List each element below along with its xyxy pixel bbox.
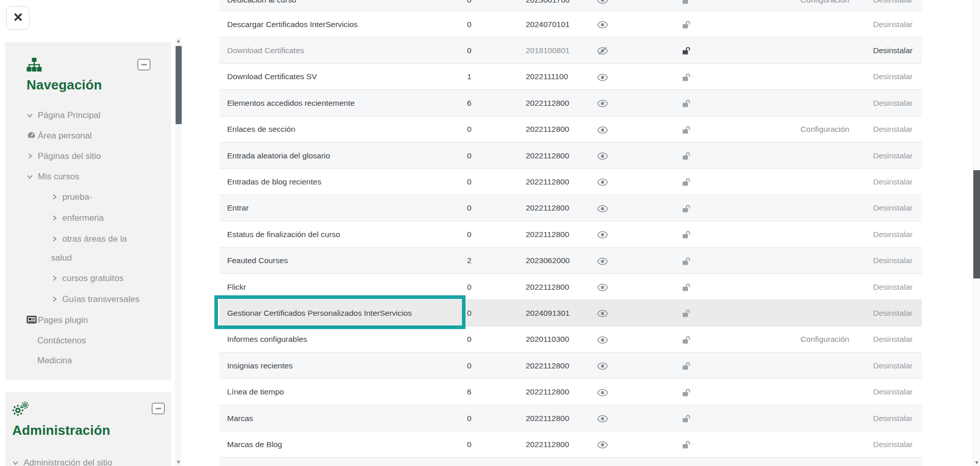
minimize-administration-icon[interactable] — [152, 403, 165, 414]
uninstall-link[interactable]: Desinstalar — [873, 361, 913, 370]
eye-icon[interactable] — [594, 440, 611, 449]
sidebar-item-label[interactable]: Página Principal — [38, 110, 101, 120]
lock-open-icon[interactable] — [678, 203, 694, 213]
lock-open-icon[interactable] — [678, 335, 694, 344]
chevron-right-icon[interactable] — [51, 291, 62, 309]
sidebar-item-label[interactable]: cursos gratuitos — [62, 273, 124, 283]
settings-link[interactable]: Configuración — [800, 0, 849, 5]
chevron-down-icon[interactable] — [27, 167, 38, 187]
lock-open-icon[interactable] — [678, 0, 694, 5]
sidebar-item-enfermeria[interactable]: enfermeria — [51, 208, 144, 229]
uninstall-link[interactable]: Desinstalar — [873, 414, 913, 423]
sidebar-item-gu-as-transversales[interactable]: Guías transversales — [51, 289, 144, 310]
lock-open-icon[interactable] — [678, 151, 694, 160]
eye-icon[interactable] — [594, 309, 611, 318]
uninstall-link[interactable]: Desinstalar — [873, 309, 913, 318]
sidebar-item-label[interactable]: prueba- — [62, 192, 92, 202]
eye-icon[interactable] — [594, 230, 611, 239]
eye-icon[interactable] — [594, 361, 611, 370]
page-scrollbar[interactable]: ▼ — [973, 0, 980, 466]
sidebar-item-label[interactable]: Mis cursos — [38, 172, 79, 181]
uninstall-link[interactable]: Desinstalar — [873, 387, 913, 397]
lock-open-icon[interactable] — [678, 46, 694, 55]
eye-icon[interactable] — [594, 387, 611, 397]
dashboard-icon[interactable] — [27, 126, 38, 146]
eye-icon[interactable] — [594, 256, 611, 265]
chevron-right-icon[interactable] — [51, 209, 62, 228]
chevron-down-icon[interactable] — [27, 106, 38, 126]
uninstall-link[interactable]: Desinstalar — [873, 0, 913, 5]
uninstall-link[interactable]: Desinstalar — [873, 256, 913, 265]
lock-open-icon[interactable] — [678, 72, 694, 81]
lock-open-icon[interactable] — [678, 125, 694, 134]
lock-open-icon[interactable] — [678, 99, 694, 108]
sidebar-item-label[interactable]: otras áreas de la salud — [51, 234, 127, 263]
sidebar-item-label[interactable]: Guías transversales — [62, 294, 139, 304]
eye-icon[interactable] — [594, 20, 611, 29]
chevron-right-icon[interactable] — [51, 189, 62, 207]
eye-icon[interactable] — [594, 203, 611, 213]
eye-slash-icon[interactable] — [594, 46, 611, 55]
sidebar-item-label[interactable]: Área personal — [38, 131, 92, 141]
sidebar-item-label[interactable]: Páginas del sitio — [38, 151, 101, 161]
eye-icon[interactable] — [594, 72, 611, 81]
eye-icon[interactable] — [594, 151, 611, 160]
uninstall-link[interactable]: Desinstalar — [873, 440, 913, 449]
eye-icon[interactable] — [594, 335, 611, 344]
lock-open-icon[interactable] — [678, 413, 694, 423]
sidebar-item-label[interactable]: Pages plugin — [38, 315, 88, 325]
sidebar-item-p-ginas-del-sitio[interactable]: Páginas del sitio — [27, 146, 163, 167]
minimize-navigation-icon[interactable] — [137, 59, 151, 71]
chevron-right-icon[interactable] — [27, 147, 38, 167]
sidebar-item-administraci-n-del-sitio[interactable]: Administración del sitio — [12, 453, 165, 466]
scroll-down-icon[interactable]: ▼ — [973, 460, 980, 465]
page-scrollbar-thumb[interactable] — [973, 170, 980, 278]
sidebar-item-label[interactable]: enfermeria — [62, 213, 104, 223]
drawer-scrollbar-thumb[interactable] — [176, 46, 182, 124]
sidebar-item-label[interactable]: Administración del sitio — [23, 458, 112, 466]
uninstall-link[interactable]: Desinstalar — [873, 151, 913, 160]
sidebar-item--rea-personal[interactable]: Área personal — [27, 126, 163, 146]
eye-icon[interactable] — [594, 177, 611, 187]
uninstall-link[interactable]: Desinstalar — [873, 72, 913, 81]
sidebar-item-pages-plugin[interactable]: Pages plugin — [27, 310, 163, 331]
uninstall-link[interactable]: Desinstalar — [873, 230, 913, 239]
settings-link[interactable]: Configuración — [800, 335, 849, 344]
sidebar-item-label[interactable]: Contáctenos — [37, 336, 86, 345]
lock-open-icon[interactable] — [678, 282, 694, 291]
lock-open-icon[interactable] — [678, 361, 694, 370]
uninstall-link[interactable]: Desinstalar — [873, 283, 913, 292]
sidebar-item-p-gina-principal[interactable]: Página Principal — [27, 105, 163, 126]
uninstall-link[interactable]: Desinstalar — [873, 335, 913, 344]
scroll-up-icon[interactable]: ▲ — [175, 38, 182, 43]
settings-link[interactable]: Configuración — [800, 125, 849, 134]
lock-open-icon[interactable] — [678, 230, 694, 239]
sidebar-item-medicina[interactable]: Medicina — [27, 351, 163, 370]
lock-open-icon[interactable] — [678, 256, 694, 265]
eye-icon[interactable] — [594, 125, 611, 134]
lock-open-icon[interactable] — [678, 19, 694, 29]
uninstall-link[interactable]: Desinstalar — [873, 99, 913, 108]
lock-open-icon[interactable] — [678, 387, 694, 397]
sidebar-item-otras-reas-de-la-salud[interactable]: otras áreas de la salud — [51, 229, 144, 268]
chevron-down-icon[interactable] — [12, 453, 23, 466]
drawer-scrollbar[interactable]: ▲ ▼ — [175, 37, 182, 466]
lock-open-icon[interactable] — [678, 177, 694, 187]
eye-icon[interactable] — [594, 0, 611, 5]
close-drawer-button[interactable] — [6, 6, 30, 30]
lock-open-icon[interactable] — [678, 309, 694, 318]
lock-open-icon[interactable] — [678, 440, 694, 449]
pages-icon[interactable] — [27, 311, 38, 331]
eye-icon[interactable] — [594, 283, 611, 292]
sidebar-item-mis-cursos[interactable]: Mis cursos — [27, 167, 163, 187]
sidebar-item-label[interactable]: Medicina — [37, 356, 72, 365]
sidebar-item-cont-ctenos[interactable]: Contáctenos — [27, 331, 163, 351]
sidebar-item-cursos-gratuitos[interactable]: cursos gratuitos — [51, 268, 144, 289]
uninstall-link[interactable]: Desinstalar — [873, 46, 913, 55]
scroll-down-icon[interactable]: ▼ — [175, 460, 182, 465]
chevron-right-icon[interactable] — [51, 270, 62, 288]
uninstall-link[interactable]: Desinstalar — [873, 177, 913, 187]
uninstall-link[interactable]: Desinstalar — [873, 125, 913, 134]
sidebar-item-prueba-[interactable]: prueba- — [51, 187, 144, 208]
uninstall-link[interactable]: Desinstalar — [873, 20, 913, 29]
